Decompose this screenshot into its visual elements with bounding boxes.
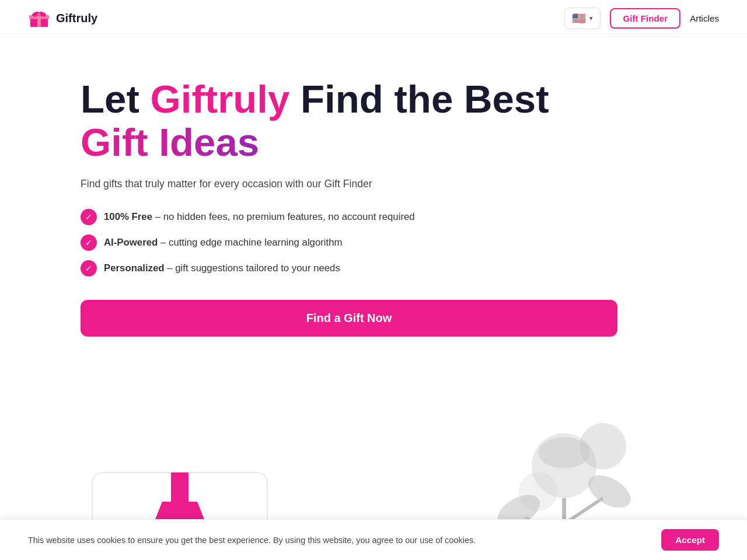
hero-title-brand: Giftruly	[150, 77, 289, 121]
hero-title-part1: Let	[81, 77, 150, 121]
svg-point-6	[37, 13, 41, 16]
hero-title-gradient: Gift Ideas	[81, 120, 259, 164]
find-gift-button[interactable]: Find a Gift Now	[81, 300, 617, 337]
hero-section: Let Giftruly Find the Best Gift Ideas Fi…	[53, 37, 694, 388]
svg-point-34	[538, 437, 590, 468]
logo-link[interactable]: Giftruly	[28, 7, 97, 29]
hero-title: Let Giftruly Find the Best Gift Ideas	[81, 78, 666, 164]
feature-bold-personalized: Personalized	[104, 262, 165, 274]
accept-cookies-button[interactable]: Accept	[661, 529, 719, 551]
feature-regular-free: – no hidden fees, no premium features, n…	[152, 211, 415, 222]
feature-bold-free: 100% Free	[104, 211, 152, 222]
feature-regular-ai: – cutting edge machine learning algorith…	[158, 237, 342, 248]
nav-right: 🇺🇸 ▾ Gift Finder Articles	[564, 8, 719, 29]
hero-title-part2: Find the Best	[289, 77, 549, 121]
language-selector[interactable]: 🇺🇸 ▾	[564, 8, 601, 29]
features-list: ✓ 100% Free – no hidden fees, no premium…	[81, 209, 666, 276]
chevron-down-icon: ▾	[589, 15, 593, 22]
cookie-text: This website uses cookies to ensure you …	[28, 536, 647, 545]
check-icon-free: ✓	[81, 209, 97, 225]
articles-link[interactable]: Articles	[690, 13, 719, 23]
feature-item-free: ✓ 100% Free – no hidden fees, no premium…	[81, 209, 666, 225]
logo-icon	[28, 7, 50, 29]
feature-item-personalized: ✓ Personalized – gift suggestions tailor…	[81, 260, 666, 276]
feature-regular-personalized: – gift suggestions tailored to your need…	[165, 262, 340, 274]
logo-text: Giftruly	[56, 12, 97, 25]
svg-rect-11	[171, 473, 189, 508]
feature-item-ai: ✓ AI-Powered – cutting edge machine lear…	[81, 235, 666, 251]
gift-finder-button[interactable]: Gift Finder	[610, 8, 680, 29]
navbar: Giftruly 🇺🇸 ▾ Gift Finder Articles	[0, 0, 747, 37]
feature-bold-ai: AI-Powered	[104, 237, 158, 248]
svg-rect-3	[29, 16, 49, 18]
check-icon-ai: ✓	[81, 235, 97, 251]
cookie-banner: This website uses cookies to ensure you …	[0, 519, 747, 560]
hero-subtitle: Find gifts that truly matter for every o…	[81, 178, 666, 190]
flag-icon: 🇺🇸	[572, 12, 586, 25]
check-icon-personalized: ✓	[81, 260, 97, 276]
